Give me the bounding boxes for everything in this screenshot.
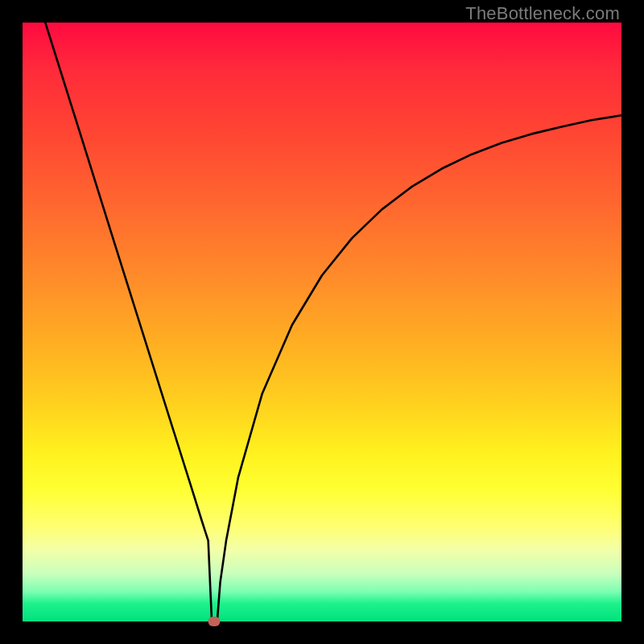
chart-frame: TheBottleneck.com [0,0,644,644]
watermark-text: TheBottleneck.com [465,3,620,24]
plot-area [23,23,621,621]
optimum-marker [208,617,221,626]
bottleneck-curve [23,23,621,621]
